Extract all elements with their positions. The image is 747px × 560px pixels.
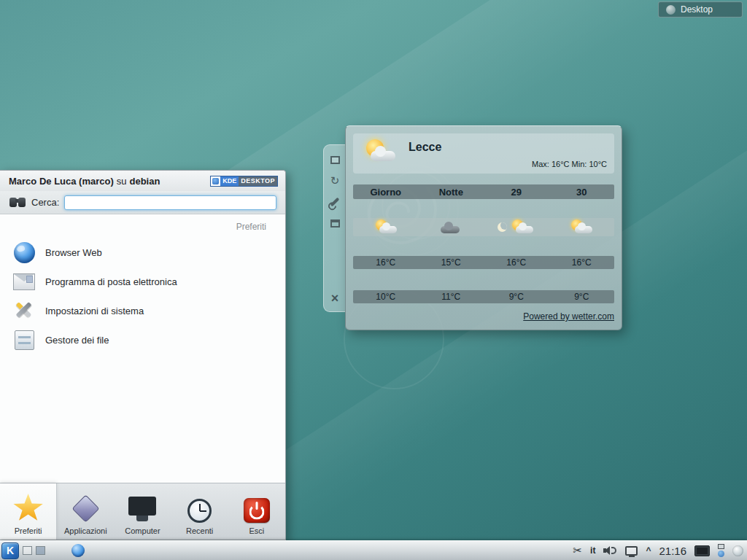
tab-label: Recenti — [186, 526, 213, 535]
desktop-widget-icon — [666, 5, 676, 15]
mail-icon — [12, 270, 36, 293]
maximize-icon[interactable] — [329, 217, 341, 229]
tab-recenti[interactable]: Recenti — [171, 483, 228, 540]
weather-cell — [419, 220, 484, 235]
tray-mini-icons — [718, 544, 724, 557]
weather-temp-cell: 15°C — [419, 257, 484, 268]
moon-icon — [498, 222, 507, 232]
weather-widget-handle[interactable]: ↻ × — [323, 144, 346, 312]
star-icon — [13, 494, 44, 523]
kmenu-label: K — [7, 545, 14, 556]
web-browser-icon — [12, 241, 36, 264]
weather-current-icon — [360, 138, 398, 167]
weather-temp-cell: 16°C — [484, 257, 549, 268]
resize-icon[interactable] — [329, 154, 341, 166]
tray-expand-arrow[interactable]: ^ — [646, 547, 651, 554]
weather-temp-cell: 11°C — [419, 292, 484, 302]
panel-cashew-icon[interactable] — [732, 545, 743, 556]
taskbar-panel: K ✂ it ^ 21:16 — [0, 540, 747, 560]
weather-cell — [353, 219, 419, 236]
host-name: debian — [130, 176, 160, 187]
volume-icon[interactable] — [603, 545, 617, 556]
menu-item-label: Gestore dei file — [45, 335, 109, 346]
screen-icon[interactable] — [694, 545, 710, 556]
menu-item-system-settings[interactable]: Impostazioni di sistema — [0, 296, 285, 325]
partly-sunny-icon — [510, 219, 535, 236]
desktop-folder-widget[interactable]: Desktop — [658, 1, 743, 18]
file-manager-icon — [12, 328, 36, 351]
tab-preferiti[interactable]: Preferiti — [0, 483, 57, 540]
weather-column-header: 29 — [484, 187, 549, 198]
plug-icon[interactable] — [718, 544, 724, 549]
kde-logo-icon — [211, 176, 220, 186]
weather-cell — [549, 219, 615, 236]
configure-icon[interactable] — [329, 196, 341, 208]
kmenu-button[interactable]: K — [1, 542, 19, 559]
weather-footer: Powered by wetter.com — [353, 311, 614, 322]
kde-desktop-badge: KDE DESKTOP — [210, 176, 278, 187]
menu-item-label: Programma di posta elettronica — [45, 276, 177, 287]
search-input[interactable] — [64, 195, 276, 210]
menu-item-browser-web[interactable]: Browser Web — [0, 238, 285, 267]
clock[interactable]: 21:16 — [659, 545, 686, 557]
tab-label: Applicazioni — [64, 526, 107, 535]
menu-item-email[interactable]: Programma di posta elettronica — [0, 267, 285, 296]
web-browser-launcher-icon[interactable] — [71, 544, 85, 557]
tools-icon — [12, 299, 36, 322]
weather-widget: Lecce Max: 16°C Min: 10°C Giorno Notte 2… — [345, 125, 622, 330]
weather-column-header: Notte — [419, 187, 484, 198]
weather-column-header: 30 — [549, 187, 615, 198]
cloudy-icon — [441, 220, 461, 235]
computer-icon — [128, 497, 156, 516]
partly-sunny-icon — [569, 219, 594, 236]
menu-item-label: Impostazioni di sistema — [45, 306, 144, 316]
section-label: Preferiti — [0, 217, 285, 238]
weather-temp-cell: 16°C — [353, 257, 419, 268]
weather-night-temps-row: 10°C 11°C 9°C 9°C — [353, 290, 614, 303]
weather-columns-row: Giorno Notte 29 30 — [353, 184, 614, 199]
tab-label: Preferiti — [15, 526, 42, 535]
kickoff-header: Marco De Luca (marco) su debian KDE DESK… — [0, 171, 285, 191]
search-label: Cerca: — [31, 197, 59, 208]
tab-label: Esci — [249, 526, 264, 535]
klipper-scissors-icon[interactable]: ✂ — [573, 544, 583, 557]
kickoff-content: Preferiti Browser Web Programma di posta… — [0, 214, 285, 483]
show-desktop-icon[interactable] — [23, 546, 32, 555]
close-icon[interactable]: × — [329, 292, 341, 304]
weather-temp-cell: 10°C — [353, 292, 419, 302]
device-notifier-icon[interactable] — [625, 546, 638, 556]
tab-esci[interactable]: Esci — [228, 483, 285, 540]
desktop-widget-label: Desktop — [681, 4, 713, 15]
system-tray: ✂ it ^ 21:16 — [573, 544, 746, 557]
applications-icon — [71, 494, 99, 522]
power-icon — [244, 498, 270, 523]
weather-header: Lecce Max: 16°C Min: 10°C — [353, 133, 614, 174]
kickoff-search-row: Cerca: — [0, 191, 285, 214]
weather-temp-cell: 9°C — [549, 292, 615, 302]
notifications-icon[interactable] — [718, 551, 724, 557]
tab-applicazioni[interactable]: Applicazioni — [57, 483, 114, 540]
weather-day-temps-row: 16°C 15°C 16°C 16°C — [353, 256, 614, 269]
kickoff-tab-bar: Preferiti Applicazioni Computer Recenti … — [0, 483, 285, 540]
tab-computer[interactable]: Computer — [114, 483, 171, 540]
wetter-link[interactable]: Powered by wetter.com — [523, 311, 614, 322]
weather-max-min: Max: 16°C Min: 10°C — [532, 160, 607, 168]
partly-sunny-icon — [374, 219, 398, 236]
menu-item-label: Browser Web — [45, 247, 102, 258]
recent-clock-icon — [187, 499, 212, 523]
weather-city: Lecce — [409, 141, 441, 154]
tab-label: Computer — [125, 526, 160, 535]
pager-icon[interactable] — [36, 546, 45, 555]
keyboard-layout-indicator[interactable]: it — [590, 545, 595, 556]
weather-icons-row — [353, 218, 614, 236]
weather-temp-cell: 9°C — [484, 292, 549, 302]
user-separator: su — [117, 176, 127, 187]
menu-item-file-manager[interactable]: Gestore dei file — [0, 325, 285, 354]
user-name: Marco De Luca (marco) — [9, 176, 114, 187]
kickoff-menu: Marco De Luca (marco) su debian KDE DESK… — [0, 170, 286, 540]
search-icon — [9, 196, 26, 209]
rotate-icon[interactable]: ↻ — [329, 175, 341, 187]
weather-temp-cell: 16°C — [549, 257, 615, 268]
weather-column-header: Giorno — [353, 187, 419, 198]
weather-cell — [484, 219, 549, 236]
